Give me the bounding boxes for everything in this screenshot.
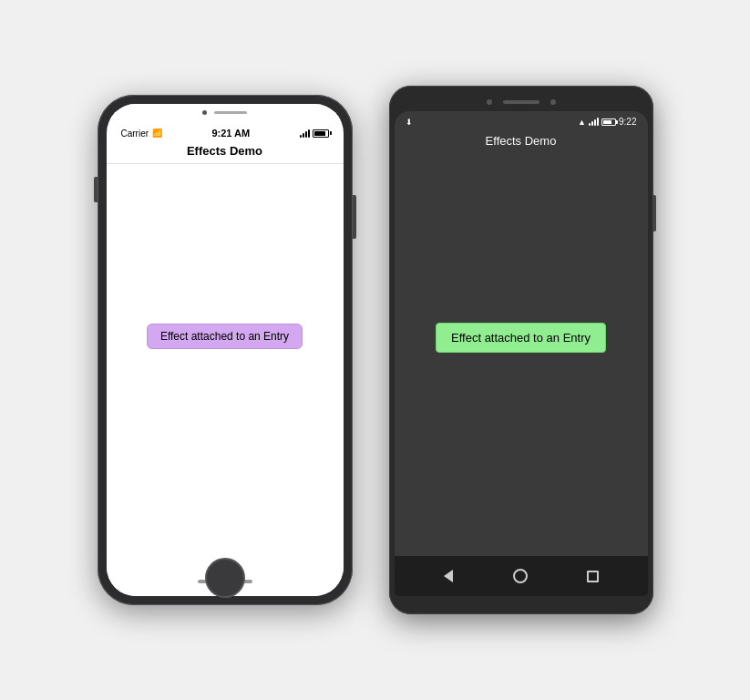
android-nav-bar xyxy=(395,556,648,596)
android-status-bar: ⬇ ▲ 9:22 xyxy=(395,111,648,130)
iphone-status-left: Carrier 📶 xyxy=(121,129,163,139)
android-status-left: ⬇ xyxy=(406,118,413,127)
android-recent-button[interactable] xyxy=(582,565,604,587)
iphone-app-title: Effects Demo xyxy=(107,142,344,164)
android-signal-icon xyxy=(589,118,599,126)
wifi-icon: 📶 xyxy=(152,129,162,138)
android-status-right: ▲ 9:22 xyxy=(578,117,636,127)
signal-bars-icon xyxy=(300,129,310,138)
android-app-title: Effects Demo xyxy=(395,130,648,155)
iphone-status-bar: Carrier 📶 9:21 AM xyxy=(107,120,344,142)
android-screen: ⬇ ▲ 9:22 Effects Demo Effect attached to xyxy=(395,111,648,596)
iphone-entry-field[interactable]: Effect attached to an Entry xyxy=(147,324,303,349)
battery-icon xyxy=(313,129,329,138)
iphone-time: 9:21 AM xyxy=(211,128,250,139)
iphone-device: Carrier 📶 9:21 AM Effects Demo Effect at… xyxy=(98,95,353,605)
android-time: 9:22 xyxy=(619,117,636,127)
home-icon xyxy=(513,569,528,583)
android-camera xyxy=(487,99,492,105)
iphone-content-area: Effect attached to an Entry xyxy=(107,164,344,545)
iphone-camera xyxy=(202,110,207,115)
android-battery-icon xyxy=(601,118,616,126)
carrier-label: Carrier xyxy=(121,129,149,139)
android-bottom-bezel xyxy=(395,596,648,607)
android-wifi-icon: ▲ xyxy=(578,118,586,127)
iphone-status-right xyxy=(300,129,329,138)
iphone-home-button[interactable] xyxy=(205,558,245,598)
android-front-camera xyxy=(550,99,556,105)
android-device: ⬇ ▲ 9:22 Effects Demo Effect attached to xyxy=(389,86,653,614)
android-top-bar xyxy=(395,93,648,111)
recent-icon xyxy=(587,571,599,582)
android-entry-field[interactable]: Effect attached to an Entry xyxy=(436,323,606,353)
android-back-button[interactable] xyxy=(437,565,459,587)
back-icon xyxy=(444,570,453,582)
android-content-area: Effect attached to an Entry xyxy=(395,155,648,556)
download-icon: ⬇ xyxy=(406,118,413,127)
android-home-button[interactable] xyxy=(509,565,531,587)
android-speaker xyxy=(503,100,539,104)
iphone-speaker xyxy=(214,111,247,114)
iphone-top-bar xyxy=(107,104,344,120)
